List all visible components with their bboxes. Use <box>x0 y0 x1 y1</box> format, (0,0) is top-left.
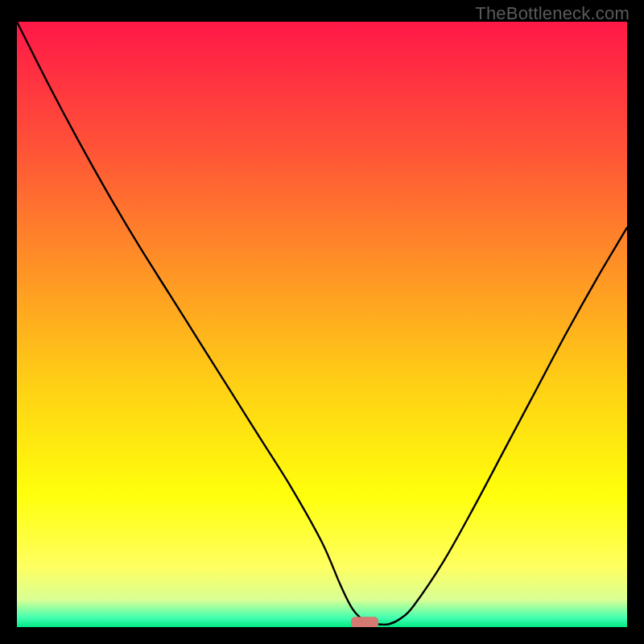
watermark-text: TheBottleneck.com <box>475 3 630 24</box>
plot-area <box>17 22 627 627</box>
plot-svg <box>17 22 627 627</box>
chart-frame: TheBottleneck.com <box>0 0 644 644</box>
gradient-background <box>17 22 627 627</box>
optimum-marker <box>351 617 378 627</box>
